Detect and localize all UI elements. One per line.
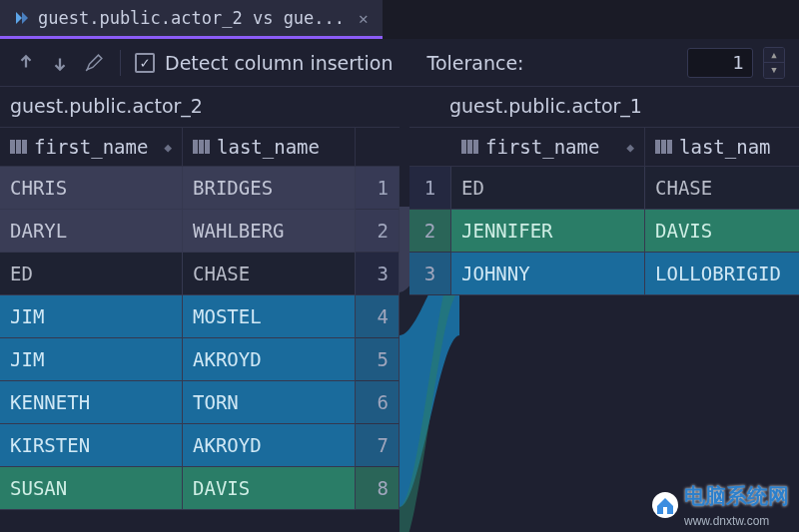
table-row[interactable]: JIMMOSTEL4 <box>0 295 409 338</box>
row-number: 6 <box>356 381 400 424</box>
right-pane-title: guest.public.actor_1 <box>409 87 799 127</box>
cell-last-name: WAHLBERG <box>183 210 356 253</box>
cell-first-name: SUSAN <box>0 467 183 510</box>
svg-rect-7 <box>467 140 472 154</box>
right-rownum-header <box>409 127 451 167</box>
watermark: 电脑系统网 www.dnxtw.com <box>652 482 789 528</box>
left-rownum-header <box>356 127 400 167</box>
svg-rect-11 <box>667 140 672 154</box>
tab-bar: guest.public.actor_2 vs gue... ✕ <box>0 0 799 39</box>
svg-rect-5 <box>205 140 210 154</box>
column-header-first-name[interactable]: first_name ◆ <box>451 127 645 167</box>
row-number: 1 <box>409 167 451 210</box>
table-row[interactable]: SUSANDAVIS8 <box>0 467 409 510</box>
table-row[interactable]: 3JOHNNYLOLLOBRIGID <box>409 253 799 295</box>
row-number: 2 <box>409 210 451 253</box>
cell-first-name: JIM <box>0 295 183 338</box>
column-icon <box>10 140 28 154</box>
row-number: 4 <box>356 295 400 338</box>
table-row[interactable]: 1EDCHASE <box>409 167 799 210</box>
toolbar-separator <box>120 50 121 76</box>
step-down-icon[interactable]: ▼ <box>764 63 784 78</box>
cell-first-name: JOHNNY <box>451 253 645 295</box>
svg-rect-1 <box>16 140 21 154</box>
watermark-domain: www.dnxtw.com <box>684 514 789 528</box>
row-number: 5 <box>356 338 400 381</box>
left-header-row: first_name ◆ last_name <box>0 127 409 167</box>
next-diff-button[interactable] <box>48 51 72 75</box>
table-row[interactable]: 2JENNIFERDAVIS <box>409 210 799 253</box>
cell-last-name: AKROYD <box>183 338 356 381</box>
left-pane-title: guest.public.actor_2 <box>0 87 409 127</box>
cell-last-name: BRIDGES <box>183 167 356 210</box>
column-header-first-name[interactable]: first_name ◆ <box>0 127 183 167</box>
sort-icon: ◆ <box>164 140 172 155</box>
tolerance-stepper[interactable]: ▲ ▼ <box>763 47 785 79</box>
table-row[interactable]: JIMAKROYD5 <box>0 338 409 381</box>
cell-last-name: LOLLOBRIGID <box>645 253 799 295</box>
table-row[interactable]: KENNETHTORN6 <box>0 381 409 424</box>
svg-rect-3 <box>193 140 198 154</box>
table-row[interactable]: KIRSTENAKROYD7 <box>0 424 409 467</box>
column-icon <box>193 140 211 154</box>
detect-column-insertion-checkbox[interactable]: ✓ <box>135 53 155 73</box>
house-icon <box>652 492 678 518</box>
cell-last-name: AKROYD <box>183 424 356 467</box>
row-number: 1 <box>356 167 400 210</box>
cell-first-name: CHRIS <box>0 167 183 210</box>
table-row[interactable]: EDCHASE3 <box>0 253 409 295</box>
cell-first-name: DARYL <box>0 210 183 253</box>
svg-rect-0 <box>10 140 15 154</box>
tab-title: guest.public.actor_2 vs gue... <box>38 8 345 28</box>
column-icon <box>461 140 479 154</box>
cell-last-name: CHASE <box>183 253 356 295</box>
cell-first-name: ED <box>0 253 183 295</box>
row-number: 7 <box>356 424 400 467</box>
column-label: last_name <box>217 136 320 158</box>
row-number: 3 <box>356 253 400 295</box>
tab-diff[interactable]: guest.public.actor_2 vs gue... ✕ <box>0 0 383 39</box>
watermark-text: 电脑系统网 <box>684 482 789 510</box>
cell-first-name: JIM <box>0 338 183 381</box>
close-icon[interactable]: ✕ <box>359 9 369 28</box>
cell-last-name: DAVIS <box>183 467 356 510</box>
svg-rect-8 <box>473 140 478 154</box>
column-label: first_name <box>485 136 599 158</box>
tolerance-input[interactable] <box>687 48 753 78</box>
svg-rect-2 <box>22 140 27 154</box>
svg-rect-13 <box>663 507 667 514</box>
column-icon <box>655 140 673 154</box>
edit-button[interactable] <box>82 51 106 75</box>
right-rows: 1EDCHASE2JENNIFERDAVIS3JOHNNYLOLLOBRIGID <box>409 167 799 295</box>
sort-icon: ◆ <box>626 140 634 155</box>
right-header-row: first_name ◆ last_nam <box>409 127 799 167</box>
row-number: 3 <box>409 253 451 295</box>
detect-column-insertion-label: Detect column insertion <box>165 52 394 74</box>
left-pane: guest.public.actor_2 first_name ◆ last_n… <box>0 87 409 532</box>
table-row[interactable]: CHRISBRIDGES1 <box>0 167 409 210</box>
cell-last-name: TORN <box>183 381 356 424</box>
diff-panes: guest.public.actor_2 first_name ◆ last_n… <box>0 87 799 532</box>
svg-rect-6 <box>461 140 466 154</box>
right-pane: guest.public.actor_1 first_name ◆ last_n… <box>409 87 799 532</box>
column-header-last-name[interactable]: last_nam <box>645 127 799 167</box>
cell-first-name: KENNETH <box>0 381 183 424</box>
cell-last-name: DAVIS <box>645 210 799 253</box>
diff-icon <box>14 10 30 26</box>
column-label: first_name <box>34 136 148 158</box>
svg-rect-10 <box>661 140 666 154</box>
column-header-last-name[interactable]: last_name <box>183 127 356 167</box>
left-rows: CHRISBRIDGES1DARYLWAHLBERG2EDCHASE3JIMMO… <box>0 167 409 510</box>
cell-last-name: MOSTEL <box>183 295 356 338</box>
tolerance-label: Tolerance: <box>427 52 524 74</box>
step-up-icon[interactable]: ▲ <box>764 48 784 63</box>
diff-toolbar: ✓ Detect column insertion Tolerance: ▲ ▼ <box>0 39 799 87</box>
cell-last-name: CHASE <box>645 167 799 210</box>
cell-first-name: ED <box>451 167 645 210</box>
row-number: 2 <box>356 210 400 253</box>
row-number: 8 <box>356 467 400 510</box>
cell-first-name: JENNIFER <box>451 210 645 253</box>
svg-rect-4 <box>199 140 204 154</box>
prev-diff-button[interactable] <box>14 51 38 75</box>
table-row[interactable]: DARYLWAHLBERG2 <box>0 210 409 253</box>
